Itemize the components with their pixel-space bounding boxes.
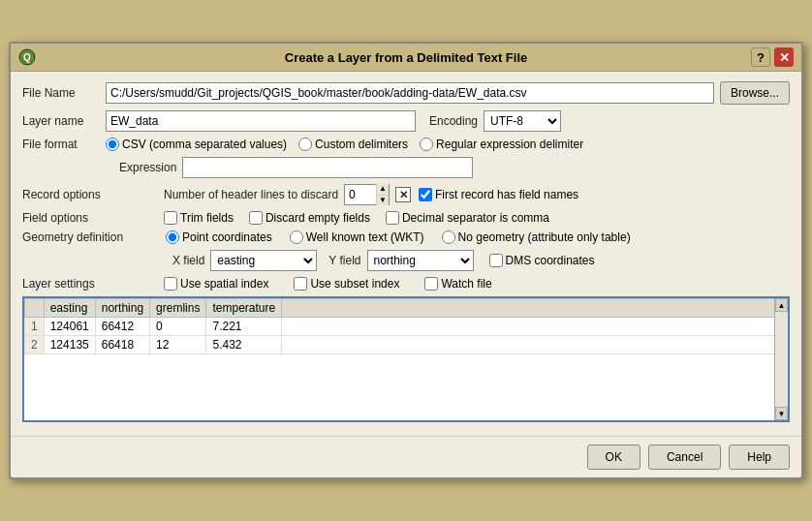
file-format-row: File format CSV (comma separated values)… <box>22 138 790 151</box>
row-1-temperature: 7.221 <box>206 318 282 336</box>
dms-coordinates-checkbox[interactable] <box>489 254 503 267</box>
spatial-index-checkbox[interactable] <box>164 277 177 291</box>
expression-input[interactable] <box>182 157 473 178</box>
file-name-label: File Name <box>22 86 100 100</box>
point-coords-radio[interactable] <box>166 230 179 244</box>
custom-radio-label: Custom delimiters <box>315 138 408 151</box>
title-bar: Q Create a Layer from a Delimited Text F… <box>11 44 801 72</box>
wkt-label: Well known text (WKT) <box>306 230 424 244</box>
table-row: 2 124135 66418 12 5.432 <box>25 336 788 354</box>
expression-label: Expression <box>119 161 176 174</box>
subset-index-label: Use subset index <box>310 277 399 291</box>
subset-index-item[interactable]: Use subset index <box>294 277 399 291</box>
help-button[interactable]: Help <box>729 444 790 470</box>
dialog-body: File Name Browse... Layer name Encoding … <box>11 72 801 436</box>
row-1-easting: 124061 <box>44 318 95 336</box>
custom-radio[interactable] <box>298 138 312 151</box>
decimal-separator-label: Decimal separator is comma <box>402 211 549 225</box>
geometry-definition-label: Geometry definition <box>22 230 158 244</box>
close-button[interactable]: ✕ <box>774 47 794 67</box>
layer-name-label: Layer name <box>22 114 100 128</box>
dialog-title: Create a Layer from a Delimited Text Fil… <box>285 50 527 65</box>
title-bar-controls: ? ✕ <box>751 47 794 67</box>
layer-name-input[interactable] <box>106 110 416 132</box>
spatial-index-item[interactable]: Use spatial index <box>164 277 268 291</box>
record-options-row: Record options Number of header lines to… <box>22 184 790 205</box>
regex-radio-label: Regular expression delimiter <box>436 138 583 151</box>
row-1-gremlins: 0 <box>150 318 206 336</box>
regex-radio[interactable] <box>420 138 433 151</box>
row-1-num: 1 <box>25 318 45 336</box>
dms-coordinates-item[interactable]: DMS coordinates <box>489 254 595 267</box>
field-options-row: Field options Trim fields Discard empty … <box>22 211 790 225</box>
x-field-label: X field <box>172 254 204 267</box>
first-record-checkbox-item[interactable]: First record has field names <box>419 188 578 201</box>
file-name-row: File Name Browse... <box>22 81 790 105</box>
dialog-footer: OK Cancel Help <box>11 436 801 477</box>
subset-index-checkbox[interactable] <box>294 277 307 291</box>
col-temperature: temperature <box>206 299 282 318</box>
csv-radio[interactable] <box>106 138 119 151</box>
app-icon: Q <box>18 48 36 66</box>
table-row: 1 124061 66412 0 7.221 <box>25 318 788 336</box>
regex-radio-item[interactable]: Regular expression delimiter <box>420 138 583 151</box>
encoding-select[interactable]: UTF-8 <box>484 110 561 132</box>
decimal-separator-checkbox[interactable] <box>386 211 399 225</box>
preview-table: easting northing gremlins temperature 1 … <box>24 298 788 354</box>
watch-file-label: Watch file <box>441 277 491 291</box>
csv-radio-label: CSV (comma separated values) <box>122 138 287 151</box>
x-field-select[interactable]: easting northing gremlins temperature <box>210 250 317 271</box>
point-coords-item[interactable]: Point coordinates <box>166 230 272 244</box>
row-1-northing: 66412 <box>95 318 149 336</box>
header-lines-spinbox[interactable]: ▲ ▼ <box>344 184 390 205</box>
col-easting: easting <box>44 299 95 318</box>
title-bar-left: Q <box>18 48 36 66</box>
watch-file-item[interactable]: Watch file <box>424 277 491 291</box>
wkt-item[interactable]: Well known text (WKT) <box>290 230 424 244</box>
header-lines-input[interactable] <box>345 185 376 204</box>
spinbox-up[interactable]: ▲ <box>377 184 389 196</box>
scrollbar-track <box>775 312 788 407</box>
table-header-row: easting northing gremlins temperature <box>25 299 788 318</box>
row-2-empty <box>282 336 788 354</box>
trim-fields-item[interactable]: Trim fields <box>164 211 234 225</box>
col-gremlins: gremlins <box>150 299 206 318</box>
row-2-num: 2 <box>25 336 45 354</box>
no-geometry-item[interactable]: No geometry (attribute only table) <box>442 230 631 244</box>
first-record-label: First record has field names <box>435 188 578 201</box>
ok-button[interactable]: OK <box>587 444 640 470</box>
field-options-label: Field options <box>22 211 158 225</box>
first-record-checkbox[interactable] <box>419 188 432 201</box>
row-2-gremlins: 12 <box>150 336 206 354</box>
discard-empty-checkbox[interactable] <box>249 211 263 225</box>
layer-settings-row: Layer settings Use spatial index Use sub… <box>22 277 790 291</box>
watch-file-checkbox[interactable] <box>424 277 438 291</box>
layer-settings-label: Layer settings <box>22 277 158 291</box>
header-lines-label: Number of header lines to discard <box>164 188 338 201</box>
csv-radio-item[interactable]: CSV (comma separated values) <box>106 138 287 151</box>
row-2-easting: 124135 <box>44 336 95 354</box>
row-num-header <box>25 299 45 318</box>
decimal-separator-item[interactable]: Decimal separator is comma <box>386 211 549 225</box>
row-2-northing: 66418 <box>95 336 149 354</box>
scrollbar-up[interactable]: ▲ <box>775 298 788 312</box>
no-geometry-radio[interactable] <box>442 230 455 244</box>
spinbox-down[interactable]: ▼ <box>377 196 389 206</box>
trim-fields-checkbox[interactable] <box>164 211 177 225</box>
discard-empty-label: Discard empty fields <box>265 211 370 225</box>
scrollbar-down[interactable]: ▼ <box>775 407 788 420</box>
file-name-input[interactable] <box>106 82 714 104</box>
wkt-radio[interactable] <box>290 230 303 244</box>
geometry-definition-row: Geometry definition Point coordinates We… <box>22 230 790 244</box>
discard-empty-item[interactable]: Discard empty fields <box>249 211 370 225</box>
main-dialog: Q Create a Layer from a Delimited Text F… <box>9 42 803 479</box>
title-help-button[interactable]: ? <box>751 47 770 67</box>
cancel-button[interactable]: Cancel <box>648 444 721 470</box>
y-field-select[interactable]: easting northing gremlins temperature <box>367 250 474 271</box>
trim-fields-label: Trim fields <box>180 211 234 225</box>
xy-field-row: X field easting northing gremlins temper… <box>172 250 790 271</box>
row-1-empty <box>282 318 788 336</box>
custom-radio-item[interactable]: Custom delimiters <box>298 138 408 151</box>
preview-scrollbar[interactable]: ▲ ▼ <box>774 298 788 420</box>
browse-button[interactable]: Browse... <box>720 81 790 105</box>
